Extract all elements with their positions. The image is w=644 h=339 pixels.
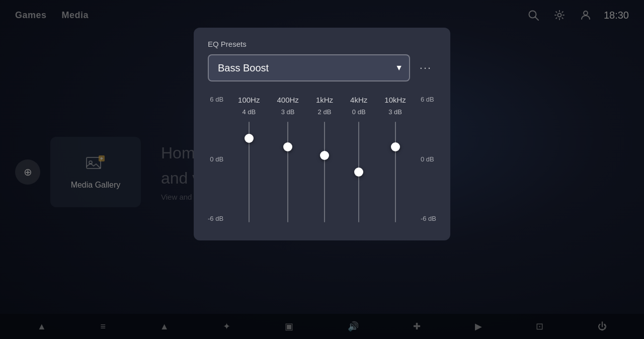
eq-band-10kHz: 10kHz3 dB: [384, 96, 406, 222]
band-freq-4: 10kHz: [384, 96, 406, 104]
eq-band-100Hz: 100Hz4 dB: [238, 96, 260, 222]
eq-band-400Hz: 400Hz3 dB: [277, 96, 298, 222]
eq-sliders: 6 dB 0 dB -6 dB 100Hz4 dB400Hz3 dB1kHz2 …: [208, 96, 436, 222]
slider-container-0[interactable]: [243, 122, 255, 222]
eq-labels-right: 6 dB 0 dB -6 dB: [415, 96, 436, 222]
band-freq-1: 400Hz: [277, 96, 298, 104]
slider-thumb-2[interactable]: [320, 151, 329, 160]
more-options-button[interactable]: ···: [415, 56, 436, 80]
band-freq-2: 1kHz: [316, 96, 333, 104]
eq-band-1kHz: 1kHz2 dB: [316, 96, 333, 222]
label-0db-right: 0 dB: [421, 155, 434, 163]
eq-preset-row: Bass Boost Treble Boost Flat Vocal Boost…: [208, 54, 436, 81]
eq-bands: 100Hz4 dB400Hz3 dB1kHz2 dB4kHz0 dB10kHz3…: [229, 96, 415, 222]
band-db-3: 0 dB: [352, 108, 366, 116]
slider-container-4[interactable]: [389, 122, 401, 222]
eq-preset-select[interactable]: Bass Boost Treble Boost Flat Vocal Boost…: [208, 54, 410, 81]
slider-thumb-0[interactable]: [245, 134, 254, 143]
eq-band-4kHz: 4kHz0 dB: [350, 96, 367, 222]
eq-modal: EQ Presets Bass Boost Treble Boost Flat …: [194, 28, 450, 240]
slider-track-4: [395, 122, 396, 222]
slider-track-3: [358, 122, 359, 222]
slider-track-2: [324, 122, 325, 222]
slider-track-1: [287, 122, 288, 222]
slider-thumb-4[interactable]: [391, 142, 400, 151]
label-neg6db-right: -6 dB: [421, 215, 436, 222]
slider-thumb-3[interactable]: [354, 167, 363, 177]
band-db-0: 4 dB: [242, 108, 256, 116]
label-neg6db-left: -6 dB: [208, 215, 223, 222]
band-db-2: 2 dB: [318, 108, 332, 116]
eq-labels-left: 6 dB 0 dB -6 dB: [208, 96, 229, 222]
label-6db-top-left: 6 dB: [210, 96, 223, 103]
label-0db-left: 0 dB: [210, 155, 223, 163]
slider-container-3[interactable]: [353, 122, 365, 222]
eq-modal-title: EQ Presets: [208, 40, 436, 48]
band-freq-3: 4kHz: [350, 96, 367, 104]
band-db-4: 3 dB: [388, 108, 402, 116]
label-6db-top-right: 6 dB: [421, 96, 434, 103]
slider-container-2[interactable]: [318, 122, 331, 222]
eq-preset-select-wrapper[interactable]: Bass Boost Treble Boost Flat Vocal Boost…: [208, 54, 410, 81]
slider-container-1[interactable]: [282, 122, 294, 222]
band-db-1: 3 dB: [281, 108, 295, 116]
slider-thumb-1[interactable]: [283, 142, 292, 151]
slider-track-0: [249, 122, 250, 222]
band-freq-0: 100Hz: [238, 96, 260, 104]
